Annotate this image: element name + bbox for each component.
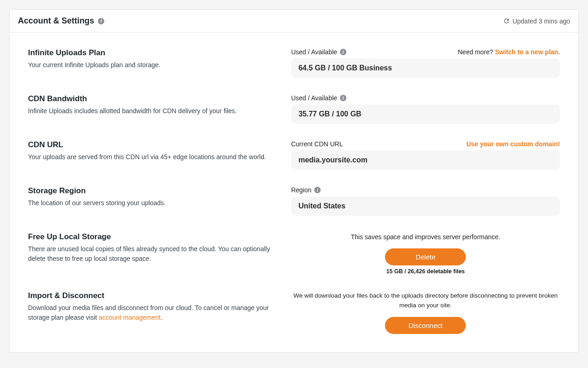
- plan-value: 64.5 GB / 100 GB Business: [291, 58, 560, 78]
- settings-panel: Account & Settings i Updated 3 mins ago …: [9, 9, 579, 353]
- panel-header: Account & Settings i Updated 3 mins ago: [10, 10, 578, 33]
- custom-domain-link[interactable]: Use your own custom domain!: [466, 140, 560, 148]
- plan-desc: Your current Infinite Uploads plan and s…: [28, 60, 273, 70]
- disconnect-note: We will download your files back to the …: [291, 291, 560, 310]
- region-value: United States: [291, 196, 560, 216]
- cdn-url-field-label: Current CDN URL: [291, 140, 343, 148]
- disconnect-button[interactable]: Disconnect: [385, 317, 466, 334]
- disconnect-desc: Download your media files and disconnect…: [28, 303, 273, 322]
- row-plan: Infinite Uploads Plan Your current Infin…: [10, 37, 578, 83]
- updated-label: Updated 3 mins ago: [513, 17, 570, 25]
- account-management-link[interactable]: account management: [99, 314, 161, 321]
- page-title: Account & Settings: [18, 16, 94, 26]
- cdn-url-value: media.yoursite.com: [291, 150, 560, 170]
- deletable-files-text: 15 GB / 26,426 deletable files: [291, 268, 560, 275]
- info-icon[interactable]: i: [98, 18, 104, 24]
- delete-button[interactable]: Delete: [385, 248, 466, 265]
- disconnect-title: Import & Disconnect: [28, 291, 273, 300]
- switch-plan-link[interactable]: Switch to a new plan.: [495, 48, 560, 56]
- row-disconnect: Import & Disconnect Download your media …: [10, 280, 578, 339]
- info-icon[interactable]: i: [340, 49, 346, 55]
- bandwidth-title: CDN Bandwidth: [28, 94, 273, 104]
- free-up-title: Free Up Local Storage: [28, 232, 273, 242]
- info-icon[interactable]: i: [340, 95, 346, 101]
- panel-body: Infinite Uploads Plan Your current Infin…: [10, 33, 578, 352]
- free-up-note: This saves space and improves server per…: [291, 232, 560, 242]
- bandwidth-desc: Infinite Uploads includes allotted bandw…: [28, 106, 273, 116]
- cdn-url-desc: Your uploads are served from this CDN ur…: [28, 152, 273, 162]
- row-bandwidth: CDN Bandwidth Infinite Uploads includes …: [10, 83, 578, 129]
- bandwidth-field-label: Used / Available: [291, 94, 337, 102]
- plan-title: Infinite Uploads Plan: [28, 48, 273, 58]
- free-up-desc: There are unused local copies of files a…: [28, 244, 273, 264]
- row-region: Storage Region The location of our serve…: [10, 175, 578, 221]
- region-field-label: Region: [291, 186, 311, 194]
- updated-indicator[interactable]: Updated 3 mins ago: [503, 17, 570, 25]
- row-free-up: Free Up Local Storage There are unused l…: [10, 221, 578, 280]
- info-icon[interactable]: i: [314, 187, 321, 193]
- plan-field-label: Used / Available: [291, 48, 337, 56]
- region-desc: The location of our servers storing your…: [28, 198, 273, 208]
- cdn-url-title: CDN URL: [28, 140, 273, 150]
- row-cdn-url: CDN URL Your uploads are served from thi…: [10, 129, 578, 175]
- region-title: Storage Region: [28, 186, 273, 196]
- need-more-text: Need more?: [458, 48, 495, 56]
- refresh-icon: [503, 17, 510, 24]
- disconnect-desc-post: .: [161, 314, 163, 321]
- bandwidth-value: 35.77 GB / 100 GB: [291, 104, 560, 124]
